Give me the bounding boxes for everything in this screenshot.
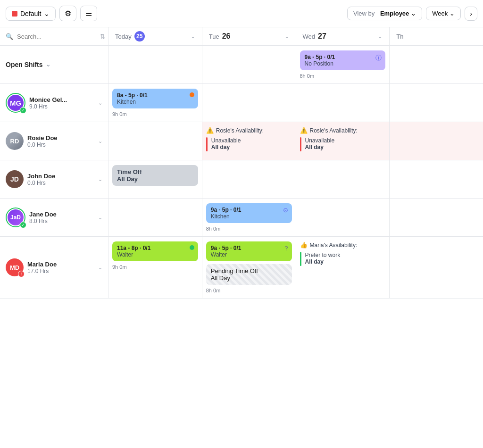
john-thu-cell: [390, 160, 483, 198]
prefer-work-indicator: [300, 252, 301, 266]
availability-text: Rosie's Availability:: [216, 127, 264, 134]
prefer-work-period: All day: [305, 258, 341, 265]
wed-chevron-icon: ⌄: [378, 33, 383, 40]
view-by-button[interactable]: View by Employee ⌄: [347, 7, 422, 20]
settings-button[interactable]: ⚙: [59, 6, 76, 21]
search-input[interactable]: [17, 33, 96, 40]
time-off-card[interactable]: Time Off All Day: [112, 165, 198, 186]
chevron-down-icon: ⌄: [411, 10, 416, 17]
unavailable-period: All day: [211, 144, 241, 150]
jane-thu-cell: [390, 199, 483, 236]
main-area: 🔍 ⇅ Today 25 ⌄ Tue 26 ⌄ Wed 27 ⌄ Th Open…: [0, 27, 483, 448]
prev-button[interactable]: ›: [465, 7, 477, 21]
warning-icon: ⚠️: [206, 127, 214, 134]
open-shifts-thu-cell: [390, 46, 483, 83]
employee-hours: 0.0 Hrs: [27, 141, 58, 148]
employee-hours: 17.0 Hrs: [27, 268, 57, 274]
wed-label: Wed: [303, 33, 316, 40]
week-button[interactable]: Week ⌄: [426, 7, 461, 20]
employee-hours: 8.0 Hrs: [29, 218, 57, 224]
chevron-down-icon: ⌄: [44, 10, 50, 17]
shift-card[interactable]: ? 9a - 5p · 0/1 Waiter: [206, 241, 292, 261]
search-icon: 🔍: [6, 33, 13, 40]
unavailable-status: Unavailable: [305, 137, 335, 144]
today-column-header[interactable]: Today 25 ⌄: [108, 27, 202, 45]
employee-col-header: 🔍 ⇅: [0, 27, 108, 45]
maria-thu-cell: [390, 237, 483, 298]
unavailable-indicator: [206, 137, 208, 151]
employee-info: Rosie Doe 0.0 Hrs: [27, 134, 58, 148]
jane-tue-cell: ⊙ 9a - 5p · 0/1 Kitchen 8h 0m: [202, 199, 296, 236]
wed-column-header[interactable]: Wed 27 ⌄: [296, 27, 390, 45]
thumbs-up-icon: 👍: [300, 241, 308, 249]
shift-card[interactable]: ⊙ 9a - 5p · 0/1 Kitchen: [206, 203, 292, 223]
shift-time: 8a - 5p · 0/1: [117, 92, 193, 99]
employee-chevron-icon: ⌄: [98, 215, 102, 221]
table-row: RD Rosie Doe 0.0 Hrs ⌄ ⚠️ Rosie's Availa…: [0, 122, 483, 160]
tue-label: Tue: [209, 33, 219, 40]
availability-bar: Unavailable All day: [300, 137, 386, 151]
shift-time: 9a - 5p · 0/1: [211, 245, 287, 251]
unavailable-period: All day: [305, 144, 335, 150]
table-row: JD John Doe 0.0 Hrs ⌄ Time Off All Day: [0, 160, 483, 199]
availability-block: ⚠️ Rosie's Availability: Unavailable All…: [206, 127, 292, 151]
chevron-down-icon: ⌄: [450, 10, 455, 17]
employee-identity-jane[interactable]: JaD ✓ Jane Doe 8.0 Hrs ⌄: [6, 207, 102, 227]
view-by-value: Employee: [380, 10, 409, 17]
info-icon: ⓘ: [375, 54, 382, 62]
rosie-today-cell: [108, 122, 202, 160]
shift-time: 9a - 5p · 0/1: [211, 207, 287, 213]
maria-tue-cell: ? 9a - 5p · 0/1 Waiter Pending Time Off …: [202, 237, 296, 298]
employee-hours: 0.0 Hrs: [27, 180, 55, 186]
sort-icon[interactable]: ⇅: [100, 33, 106, 40]
open-shifts-label[interactable]: Open Shifts ⌄: [0, 46, 108, 83]
availability-text: Maria's Availability:: [310, 242, 358, 249]
employee-chevron-icon: ⌄: [98, 100, 102, 106]
time-off-sublabel: All Day: [117, 175, 193, 183]
warning-icon: ⚠️: [300, 127, 308, 134]
open-shift-wed-card[interactable]: 9a - 5p · 0/1 No Position ⓘ: [300, 50, 386, 70]
tue-chevron-icon: ⌄: [284, 33, 289, 40]
shift-hours: 8h 0m: [206, 288, 292, 293]
thu-label: Th: [396, 33, 403, 40]
employee-identity-monice[interactable]: MG ✓ Monice Gel... 9.0 Hrs ⌄: [6, 93, 102, 113]
rosie-tue-cell: ⚠️ Rosie's Availability: Unavailable All…: [202, 122, 296, 160]
employee-identity-maria[interactable]: MD ! Maria Doe 17.0 Hrs ⌄: [6, 258, 102, 276]
employee-info: John Doe 0.0 Hrs: [27, 173, 55, 186]
table-row: MD ! Maria Doe 17.0 Hrs ⌄ 11a - 8p · 0/1…: [0, 237, 483, 299]
wed-num: 27: [318, 32, 326, 41]
default-button[interactable]: Default ⌄: [6, 7, 56, 21]
monice-wed-cell: [296, 84, 390, 122]
employee-name: John Doe: [27, 173, 55, 180]
unavailable-status: Unavailable: [211, 137, 241, 144]
availability-text: Rosie's Availability:: [310, 127, 358, 134]
availability-block: 👍 Maria's Availability: Prefer to work A…: [300, 241, 386, 266]
pending-sub: All Day: [211, 274, 287, 282]
open-shifts-row: Open Shifts ⌄ 9a - 5p · 0/1 No Position …: [0, 46, 483, 84]
pending-label: Pending Time Off: [211, 267, 287, 274]
john-tue-cell: [202, 160, 296, 198]
check-badge-icon: ✓: [20, 222, 26, 228]
employee-identity-john[interactable]: JD John Doe 0.0 Hrs ⌄: [6, 170, 102, 188]
open-shifts-tue-cell: [202, 46, 296, 83]
availability-bar: Prefer to work All day: [300, 252, 386, 266]
tue-num: 26: [222, 32, 231, 41]
time-off-label: Time Off: [117, 168, 193, 175]
dot-icon: [190, 92, 194, 97]
employee-chevron-icon: ⌄: [98, 176, 102, 183]
employee-hours: 9.0 Hrs: [29, 103, 67, 110]
unavailable-indicator: [300, 137, 301, 151]
table-row: MG ✓ Monice Gel... 9.0 Hrs ⌄ 8a - 5p · 0…: [0, 84, 483, 122]
shift-card[interactable]: 8a - 5p · 0/1 Kitchen: [112, 89, 198, 108]
employee-cell-john: JD John Doe 0.0 Hrs ⌄: [0, 160, 108, 198]
thu-column-header[interactable]: Th: [390, 27, 483, 45]
column-headers: 🔍 ⇅ Today 25 ⌄ Tue 26 ⌄ Wed 27 ⌄ Th: [0, 27, 483, 46]
tue-column-header[interactable]: Tue 26 ⌄: [202, 27, 296, 45]
pending-time-off-card[interactable]: Pending Time Off All Day: [206, 264, 292, 285]
red-square-icon: [12, 11, 17, 17]
shift-hours: 9h 0m: [112, 111, 198, 117]
filter-button[interactable]: ⚌: [80, 6, 97, 21]
employee-info: Monice Gel... 9.0 Hrs: [29, 96, 67, 110]
shift-card[interactable]: 11a - 8p · 0/1 Waiter: [112, 241, 198, 261]
employee-identity-rosie[interactable]: RD Rosie Doe 0.0 Hrs ⌄: [6, 132, 102, 150]
